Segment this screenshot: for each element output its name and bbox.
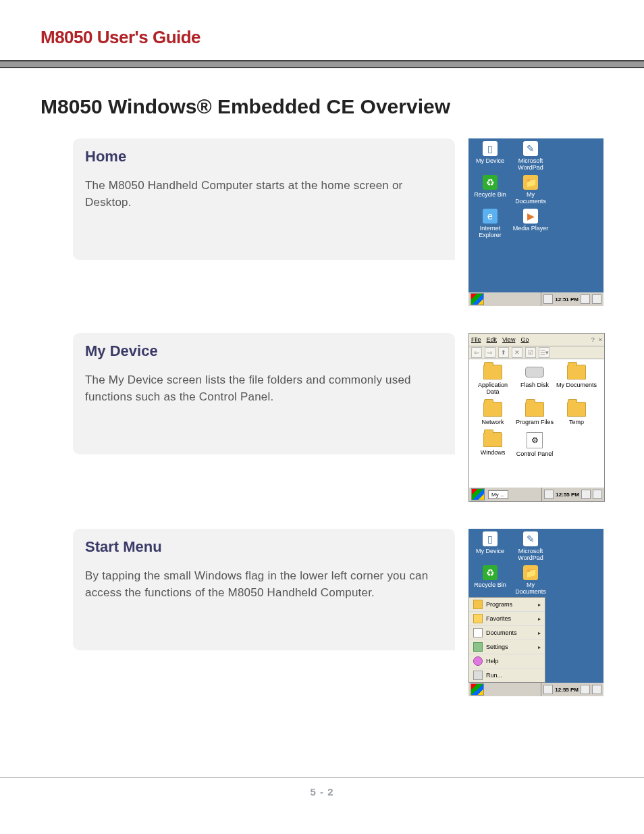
folder-label: My Documents [556, 382, 597, 388]
desktop-icon-my-documents[interactable]: 📁 My Documents [510, 565, 551, 595]
desktop-icon-label: My Documents [510, 191, 551, 205]
system-tray: 12:51 PM [541, 292, 603, 306]
folder-label: Program Files [514, 419, 556, 425]
forward-icon[interactable]: ⇨ [485, 347, 495, 358]
start-button[interactable] [471, 293, 484, 305]
delete-icon[interactable]: ✕ [512, 347, 522, 358]
start-menu-documents[interactable]: Documents ▸ [469, 626, 545, 640]
desktop-show-icon[interactable] [592, 294, 601, 304]
page-number: 5 - 2 [310, 786, 333, 798]
close-icon[interactable]: × [599, 336, 602, 343]
card-startmenu-title: Start Menu [85, 538, 443, 556]
folder-label: Control Panel [514, 450, 556, 457]
folder-icon [567, 365, 586, 380]
card-startmenu: Start Menu By tapping the small Windows … [73, 529, 455, 650]
folder-windows[interactable]: Windows [472, 432, 514, 457]
folder-label: Network [472, 419, 514, 425]
folder-icon [483, 432, 502, 447]
folder-label: Temp [556, 419, 597, 425]
desktop-show-icon[interactable] [592, 685, 601, 694]
folder-flash-disk[interactable]: Flash Disk [514, 365, 556, 395]
wordpad-icon: ✎ [523, 531, 538, 546]
start-menu-settings[interactable]: Settings ▸ [469, 640, 545, 654]
menu-item-label: Run... [486, 672, 502, 679]
start-menu-run[interactable]: Run... [469, 669, 545, 682]
folder-icon [567, 402, 586, 417]
menu-item-label: Documents [486, 629, 517, 636]
folder-label: Windows [472, 449, 514, 456]
my-documents-icon: 📁 [523, 175, 538, 190]
taskbar-clock: 12:51 PM [555, 296, 579, 303]
desktop-icon-my-documents[interactable]: 📁 My Documents [510, 175, 551, 205]
documents-icon [473, 628, 483, 637]
menu-file[interactable]: File [471, 336, 481, 343]
thumb-startmenu: ▯ My Device ✎ Microsoft WordPad ♻ Recycl… [468, 529, 603, 696]
start-menu-popup: Programs ▸ Favorites ▸ Documents ▸ Setti… [468, 597, 545, 683]
menu-view[interactable]: View [502, 336, 515, 343]
start-menu-favorites[interactable]: Favorites ▸ [469, 612, 545, 626]
section-title: M8050 Windows® Embedded CE Overview [41, 95, 603, 118]
folder-icon [483, 402, 502, 417]
control-panel-icon: ⚙ [527, 432, 543, 448]
card-mydevice-title: My Device [85, 342, 443, 360]
start-button[interactable] [471, 683, 484, 696]
help-icon[interactable]: ? [591, 336, 595, 343]
desktop-icon-my-device[interactable]: ▯ My Device [470, 531, 510, 561]
desktop-icon-wordpad[interactable]: ✎ Microsoft WordPad [510, 141, 551, 171]
desktop-icon-label: Internet Explorer [470, 225, 510, 238]
folder-network[interactable]: Network [472, 402, 514, 425]
favorites-icon [473, 614, 483, 623]
item-control-panel[interactable]: ⚙Control Panel [514, 432, 556, 457]
keyboard-icon[interactable] [581, 294, 590, 304]
start-button[interactable] [471, 488, 485, 500]
card-home-title: Home [85, 148, 443, 165]
header-rule [0, 60, 644, 68]
tray-icon[interactable] [544, 490, 554, 499]
menu-item-label: Favorites [486, 615, 511, 622]
menu-edit[interactable]: Edit [487, 336, 498, 343]
desktop-icon-my-device[interactable]: ▯ My Device [470, 141, 510, 171]
desktop-icon-ie[interactable]: e Internet Explorer [470, 209, 510, 238]
menu-item-label: Programs [486, 601, 512, 608]
start-menu-programs[interactable]: Programs ▸ [469, 598, 545, 612]
desktop-icon-label: Microsoft WordPad [510, 548, 551, 561]
folder-temp[interactable]: Temp [556, 402, 597, 425]
desktop-icon-label: Media Player [510, 225, 551, 232]
keyboard-icon[interactable] [581, 490, 591, 499]
desktop-icon-wordpad[interactable]: ✎ Microsoft WordPad [510, 531, 551, 561]
my-device-icon: ▯ [483, 141, 498, 156]
properties-icon[interactable]: ☑ [525, 347, 536, 358]
desktop-icon-recycle[interactable]: ♻ Recycle Bin [470, 175, 510, 205]
screenshot-home-desktop: ▯ My Device ✎ Microsoft WordPad ♻ Recycl… [468, 138, 603, 306]
disk-icon [525, 367, 544, 377]
tray-icon[interactable] [543, 294, 553, 304]
start-menu-help[interactable]: Help [469, 654, 545, 669]
system-tray: 12:55 PM [541, 683, 603, 696]
up-folder-icon[interactable]: ⬆ [498, 347, 509, 358]
guide-title: M8050 User's Guide [41, 27, 603, 48]
document-page: M8050 User's Guide M8050 Windows® Embedd… [0, 0, 644, 818]
system-tray: 12:55 PM [541, 488, 604, 501]
tray-icon[interactable] [543, 685, 553, 694]
desktop-show-icon[interactable] [593, 490, 602, 499]
desktop-icon-media-player[interactable]: ▶ Media Player [510, 209, 551, 238]
folder-application-data[interactable]: Application Data [472, 365, 514, 395]
folder-my-documents[interactable]: My Documents [556, 365, 597, 395]
screenshot-mydevice-explorer: File Edit View Go ? × ⇦ ⇨ ⬆ ✕ ☑ ☰▾ [468, 333, 605, 502]
card-mydevice: My Device The My Device screen lists the… [73, 333, 455, 454]
submenu-arrow-icon: ▸ [538, 644, 541, 650]
desktop-icon-label: Microsoft WordPad [510, 157, 551, 171]
card-startmenu-body: By tapping the small Windows flag in the… [85, 568, 443, 601]
desktop-icon-label: My Device [470, 548, 510, 554]
menu-go[interactable]: Go [520, 336, 529, 343]
back-icon[interactable]: ⇦ [471, 347, 482, 358]
taskbar-task-my[interactable]: My ... [488, 490, 508, 499]
folder-program-files[interactable]: Program Files [514, 402, 556, 425]
views-icon[interactable]: ☰▾ [539, 347, 549, 358]
media-player-icon: ▶ [523, 209, 538, 224]
keyboard-icon[interactable] [581, 685, 590, 694]
taskbar: 12:55 PM [468, 683, 603, 696]
desktop-icon-recycle[interactable]: ♻ Recycle Bin [470, 565, 510, 595]
taskbar-clock: 12:55 PM [555, 687, 579, 693]
explorer-toolbar: ⇦ ⇨ ⬆ ✕ ☑ ☰▾ [469, 346, 604, 359]
